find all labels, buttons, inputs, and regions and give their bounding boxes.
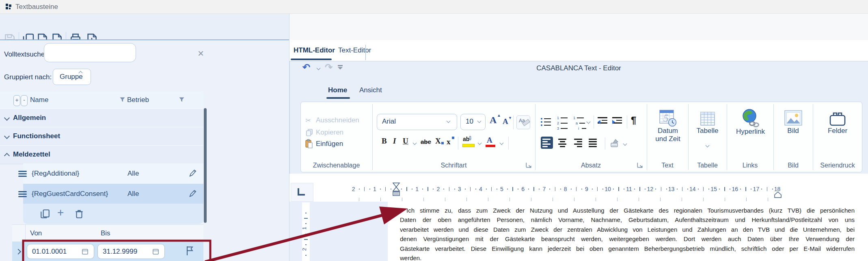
increase-indent-icon[interactable] xyxy=(612,116,622,124)
paragraph-dialog-launcher-icon[interactable] xyxy=(637,162,643,168)
calendar-icon[interactable] xyxy=(81,248,89,255)
list-scrollbar[interactable] xyxy=(204,108,207,223)
document-line[interactable]: Ich stimme zu, dass zum Zweck der Nutzun… xyxy=(400,206,855,215)
align-right-button[interactable] xyxy=(572,137,584,149)
cut-button[interactable]: Ausschneiden xyxy=(316,116,359,124)
vertical-ruler[interactable]: 12 xyxy=(302,202,310,261)
pilcrow-button[interactable]: ¶ xyxy=(631,115,636,126)
add-row-icon[interactable]: + xyxy=(57,206,64,219)
filter-icon[interactable] xyxy=(179,97,185,102)
document-text[interactable]: Ich stimme zu, dass zum Zweck der Nutzun… xyxy=(400,206,855,261)
multilevel-list-icon[interactable]: 1 a i xyxy=(573,115,586,132)
ruler-number: 14 xyxy=(689,186,696,192)
qat-customize-icon[interactable] xyxy=(338,65,343,70)
document-line[interactable]: Daten der oben angeführten Personen, näm… xyxy=(400,215,855,224)
window-title: Textbausteine xyxy=(15,3,58,11)
font-family-combo[interactable]: Arial xyxy=(377,114,457,130)
tab-html-editor[interactable]: HTML-Editor xyxy=(294,46,335,54)
calendar-icon[interactable] xyxy=(152,248,160,255)
paste-icon[interactable] xyxy=(304,139,313,148)
delete-row-icon[interactable] xyxy=(74,209,84,219)
chevron-down-icon[interactable] xyxy=(4,115,10,121)
edit-pencil-icon[interactable] xyxy=(188,189,197,198)
ruler-tick xyxy=(449,187,450,191)
copy-icon[interactable] xyxy=(305,128,313,136)
group-by-combo[interactable]: Gruppe xyxy=(53,69,91,85)
decrease-indent-icon[interactable] xyxy=(598,116,607,124)
font-size-combo[interactable]: 10 xyxy=(460,114,486,130)
tab-text-editor[interactable]: Text-Editor xyxy=(338,46,371,54)
bold-button[interactable]: B xyxy=(382,137,387,146)
ribbon-tab-ansicht[interactable]: Ansicht xyxy=(359,86,382,94)
tree-group-meldezettel[interactable]: Meldezettel xyxy=(0,145,203,164)
column-header-von[interactable]: Von xyxy=(30,229,42,237)
ruler-tick xyxy=(304,239,308,240)
underline-button[interactable]: U xyxy=(403,137,408,146)
search-input[interactable] xyxy=(44,43,136,62)
row-expander-icon[interactable] xyxy=(15,249,21,254)
edit-pencil-icon[interactable] xyxy=(188,169,197,178)
strikethrough-button[interactable]: abe xyxy=(421,138,431,145)
image-button-label: Bild xyxy=(775,127,811,135)
copy-button[interactable]: Kopieren xyxy=(316,128,343,137)
undo-icon[interactable]: ↶ xyxy=(302,62,310,73)
indent-marker-icon[interactable] xyxy=(392,182,401,197)
ruler-tick xyxy=(305,255,307,256)
subscript-button[interactable]: X xyxy=(435,137,441,146)
copy-row-icon[interactable] xyxy=(40,209,50,219)
ruler-tick xyxy=(470,187,471,191)
validity-row[interactable]: 01.01.0001 31.12.9999 xyxy=(12,241,203,261)
shading-bucket-icon[interactable] xyxy=(609,137,620,149)
clear-search-icon[interactable]: × xyxy=(198,47,204,60)
expand-all-button[interactable]: + xyxy=(13,95,20,106)
font-family-value: Arial xyxy=(382,117,396,126)
tree-group-allgemein[interactable]: Allgemein xyxy=(0,109,203,128)
document-line[interactable]: denen Vergünstigungen mit der Gästekarte… xyxy=(400,234,855,244)
font-dialog-launcher-icon[interactable] xyxy=(525,162,532,168)
italic-button[interactable]: I xyxy=(393,137,396,146)
image-button[interactable]: Bild xyxy=(775,108,811,161)
ruler-tick xyxy=(645,189,646,189)
align-center-button[interactable] xyxy=(556,137,568,149)
ribbon-tab-home[interactable]: Home xyxy=(328,86,347,94)
flag-icon[interactable] xyxy=(185,246,195,256)
align-justify-button[interactable] xyxy=(587,137,599,149)
cut-icon[interactable]: ✂ xyxy=(305,116,311,125)
font-color-button[interactable]: A xyxy=(486,136,496,150)
chevron-down-icon[interactable] xyxy=(4,133,10,139)
document-line[interactable]: verarbeitet werden und diese Daten zum Z… xyxy=(400,225,855,234)
hyperlink-button[interactable]: Hyperlink xyxy=(729,107,772,159)
horizontal-ruler[interactable]: 21123456789101112131415161718 xyxy=(289,183,868,202)
bis-date-field[interactable]: 31.12.9999 xyxy=(97,244,165,259)
chevron-up-icon[interactable] xyxy=(4,153,10,159)
numbered-list-icon[interactable]: 1 2 3 xyxy=(557,115,568,132)
highlight-color-button[interactable]: ab ✎ xyxy=(462,136,475,150)
filter-icon[interactable] xyxy=(119,97,125,102)
paste-button[interactable]: Einfügen xyxy=(316,140,343,148)
document-line[interactable]: werden. xyxy=(400,253,855,261)
document-line[interactable]: Gästekarte verarbeitet. Diese Einwilligu… xyxy=(400,244,855,253)
date-time-button[interactable]: 5 Datum und Zeit xyxy=(649,107,687,159)
column-header-bis[interactable]: Bis xyxy=(101,229,110,237)
table-button[interactable]: Tabelle xyxy=(689,109,725,162)
collapse-all-button[interactable]: - xyxy=(21,95,28,106)
clear-formatting-button[interactable]: Aa xyxy=(516,115,530,129)
hyperlink-button-label: Hyperlink xyxy=(729,128,772,136)
bullet-list-icon[interactable] xyxy=(541,117,551,128)
redo-icon[interactable]: ↷ xyxy=(325,62,333,73)
tree-item-regadditional[interactable]: {RegAdditional} Alle xyxy=(23,163,203,184)
shrink-font-button[interactable]: A▼ xyxy=(503,117,508,126)
grow-font-button[interactable]: A▲ xyxy=(490,115,497,126)
fields-button[interactable]: Felder xyxy=(817,108,858,161)
ruler-tick xyxy=(305,223,307,224)
align-left-button[interactable] xyxy=(541,137,553,149)
highlight-swatch xyxy=(462,144,475,147)
superscript-button[interactable]: x xyxy=(447,137,451,146)
von-date-field[interactable]: 01.01.0001 xyxy=(27,244,94,259)
document-area[interactable]: 12 Ich stimme zu, dass zum Zweck der Nut… xyxy=(289,202,868,261)
tree-item-regguestcardconsent[interactable]: {RegGuestCardConsent} Alle xyxy=(23,184,203,204)
ruler-tick xyxy=(768,198,768,201)
tree-group-functionsheet[interactable]: Functionsheet xyxy=(0,127,203,146)
column-header-name[interactable]: Name xyxy=(30,96,48,104)
column-header-betrieb[interactable]: Betrieb xyxy=(127,96,149,104)
